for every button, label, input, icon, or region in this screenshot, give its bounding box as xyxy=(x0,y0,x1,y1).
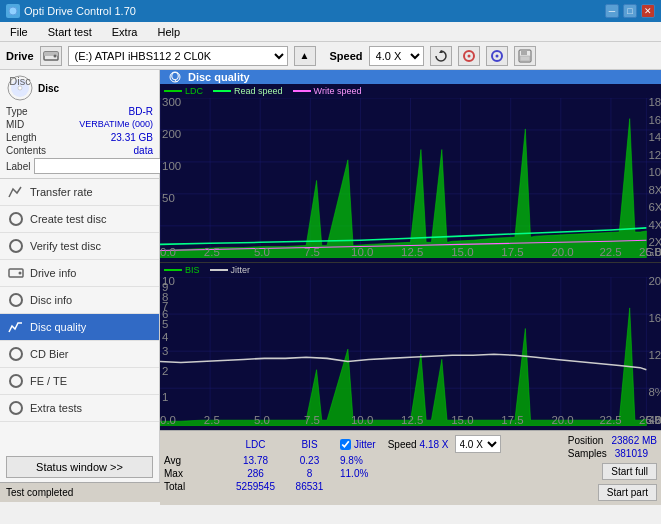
svg-text:300: 300 xyxy=(162,98,181,108)
nav-item-transfer-rate-label: Transfer rate xyxy=(30,186,93,198)
max-bis: 8 xyxy=(287,468,332,479)
nav-item-create-test-disc[interactable]: Create test disc xyxy=(0,206,159,233)
svg-text:16X: 16X xyxy=(648,114,661,126)
drive-label: Drive xyxy=(6,50,34,62)
nav-item-fe-te-label: FE / TE xyxy=(30,375,67,387)
svg-text:14X: 14X xyxy=(648,131,661,143)
disc-quality-header-icon: Q xyxy=(168,70,182,84)
disc2-button[interactable] xyxy=(486,46,508,66)
svg-text:Disc: Disc xyxy=(9,75,31,87)
status-window-button[interactable]: Status window >> xyxy=(6,456,153,478)
ldc-header: LDC xyxy=(228,439,283,450)
svg-text:12X: 12X xyxy=(648,149,661,161)
disc-type-row: Type BD-R xyxy=(6,106,153,117)
speed-select[interactable]: 4.0 X 8.0 X 12.0 X xyxy=(369,46,424,66)
position-info: Position 23862 MB Samples 381019 xyxy=(568,435,657,459)
start-part-button[interactable]: Start part xyxy=(598,484,657,501)
nav-item-verify-test-disc[interactable]: Verify test disc xyxy=(0,233,159,260)
total-row: Total 5259545 86531 xyxy=(164,481,564,492)
avg-row: Avg 13.78 0.23 9.8% xyxy=(164,455,564,466)
disc-section-title: Disc xyxy=(38,83,59,94)
disc-contents-row: Contents data xyxy=(6,145,153,156)
save-button[interactable] xyxy=(514,46,536,66)
close-button[interactable]: ✕ xyxy=(641,4,655,18)
disc-button[interactable] xyxy=(458,46,480,66)
disc-contents-label: Contents xyxy=(6,145,46,156)
read-speed-legend: Read speed xyxy=(213,86,283,96)
svg-text:15.0: 15.0 xyxy=(451,414,473,426)
ldc-legend-label: LDC xyxy=(185,86,203,96)
chart2-wrapper: BIS Jitter xyxy=(160,263,661,430)
svg-text:10.0: 10.0 xyxy=(351,414,373,426)
menu-help[interactable]: Help xyxy=(151,24,186,40)
read-speed-legend-label: Read speed xyxy=(234,86,283,96)
svg-text:12%: 12% xyxy=(648,349,661,361)
menu-start-test[interactable]: Start test xyxy=(42,24,98,40)
nav-item-drive-info-label: Drive info xyxy=(30,267,76,279)
ldc-legend: LDC xyxy=(164,86,203,96)
jitter-check-area[interactable]: Jitter xyxy=(340,439,376,450)
speed-label: Speed xyxy=(330,50,363,62)
svg-text:5.0: 5.0 xyxy=(254,414,270,426)
stats-left: LDC BIS Jitter Speed 4.18 X 4.0 X xyxy=(164,435,564,501)
nav-item-disc-info[interactable]: Disc info xyxy=(0,287,159,314)
window-controls: ─ □ ✕ xyxy=(605,4,655,18)
nav-item-disc-quality[interactable]: Disc quality xyxy=(0,314,159,341)
svg-text:1: 1 xyxy=(162,390,168,402)
cd-bier-icon xyxy=(8,346,24,362)
nav-item-transfer-rate[interactable]: Transfer rate xyxy=(0,179,159,206)
disc-panel: Disc Disc Type BD-R MID VERBATIMe (000) … xyxy=(0,70,159,179)
svg-point-6 xyxy=(467,54,470,57)
svg-text:200: 200 xyxy=(162,128,181,140)
write-speed-legend: Write speed xyxy=(293,86,362,96)
main-layout: Disc Disc Type BD-R MID VERBATIMe (000) … xyxy=(0,70,661,482)
disc-label-input[interactable] xyxy=(34,158,163,174)
samples-value: 381019 xyxy=(615,448,648,459)
svg-text:22.5: 22.5 xyxy=(599,246,621,258)
nav-item-cd-bier-label: CD Bier xyxy=(30,348,69,360)
drive-bar: Drive (E:) ATAPI iHBS112 2 CL0K ▲ Speed … xyxy=(0,42,661,70)
svg-text:8X: 8X xyxy=(648,184,661,196)
start-full-button[interactable]: Start full xyxy=(602,463,657,480)
disc-quality-header: Q Disc quality xyxy=(160,70,661,84)
disc-quality-title: Disc quality xyxy=(188,71,250,83)
total-bis: 86531 xyxy=(287,481,332,492)
max-ldc: 286 xyxy=(228,468,283,479)
nav-item-fe-te[interactable]: FE / TE xyxy=(0,368,159,395)
svg-text:2: 2 xyxy=(162,365,168,377)
svg-text:20%: 20% xyxy=(648,277,661,287)
menu-file[interactable]: File xyxy=(4,24,34,40)
transfer-rate-icon xyxy=(8,184,24,200)
nav-item-create-test-disc-label: Create test disc xyxy=(30,213,106,225)
extra-tests-icon xyxy=(8,400,24,416)
bis-legend: BIS xyxy=(164,265,200,275)
eject-button[interactable]: ▲ xyxy=(294,46,316,66)
refresh-button[interactable] xyxy=(430,46,452,66)
nav-item-disc-quality-label: Disc quality xyxy=(30,321,86,333)
nav-item-drive-info[interactable]: Drive info xyxy=(0,260,159,287)
minimize-button[interactable]: ─ xyxy=(605,4,619,18)
svg-text:5: 5 xyxy=(162,318,168,330)
drive-info-icon xyxy=(8,265,24,281)
svg-text:2X: 2X xyxy=(648,237,661,249)
nav-item-extra-tests-label: Extra tests xyxy=(30,402,82,414)
svg-text:12.5: 12.5 xyxy=(401,246,423,258)
menu-extra[interactable]: Extra xyxy=(106,24,144,40)
nav-item-cd-bier[interactable]: CD Bier xyxy=(0,341,159,368)
bis-legend-label: BIS xyxy=(185,265,200,275)
maximize-button[interactable]: □ xyxy=(623,4,637,18)
svg-point-17 xyxy=(19,272,22,275)
svg-text:17.5: 17.5 xyxy=(501,246,523,258)
chart2-svg: 10 9 8 7 6 5 4 3 2 1 0.0 2.5 5.0 xyxy=(160,277,661,426)
disc-header-icon: Disc xyxy=(6,74,34,102)
disc-contents-value: data xyxy=(134,145,153,156)
disc-length-value: 23.31 GB xyxy=(111,132,153,143)
disc-mid-label: MID xyxy=(6,119,24,130)
write-speed-legend-line xyxy=(293,90,311,92)
speed-stat-select[interactable]: 4.0 X xyxy=(455,435,501,453)
jitter-checkbox[interactable] xyxy=(340,439,351,450)
chart2-area: 10 9 8 7 6 5 4 3 2 1 0.0 2.5 5.0 xyxy=(160,277,661,426)
nav-item-extra-tests[interactable]: Extra tests xyxy=(0,395,159,422)
write-speed-legend-label: Write speed xyxy=(314,86,362,96)
drive-select[interactable]: (E:) ATAPI iHBS112 2 CL0K xyxy=(68,46,288,66)
